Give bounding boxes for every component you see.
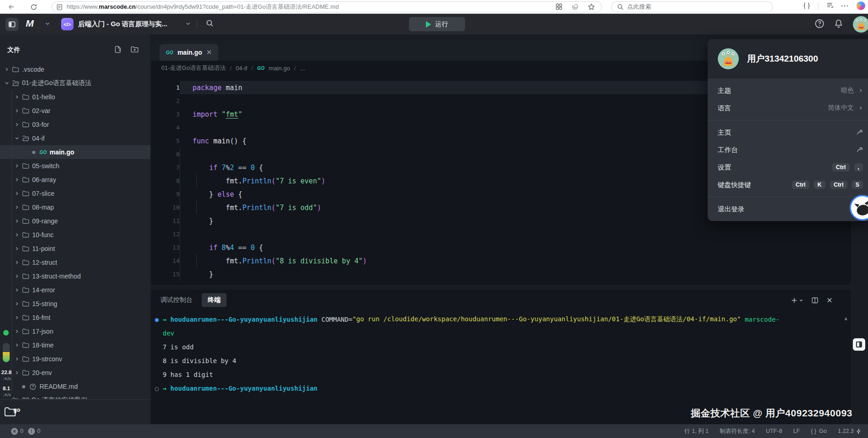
chevron-icon[interactable] [15, 95, 22, 99]
chevron-icon[interactable] [15, 205, 22, 210]
marscode-logo[interactable]: M [26, 18, 34, 29]
eol-type[interactable]: LF [793, 428, 800, 434]
tree-item[interactable]: 12-struct [0, 256, 150, 269]
chevron-icon[interactable] [15, 288, 22, 292]
scroll-up-icon[interactable]: ▲ [844, 315, 847, 321]
browser-refresh-icon[interactable] [28, 2, 39, 12]
tab-close-icon[interactable]: ✕ [206, 48, 212, 57]
code-line[interactable]: 15 } [151, 267, 851, 281]
chevron-icon[interactable] [15, 260, 22, 265]
chevron-icon[interactable] [5, 81, 12, 85]
reading-list-icon[interactable] [826, 2, 834, 10]
new-terminal-icon[interactable] [791, 297, 803, 304]
tree-item[interactable]: 02-var [0, 104, 150, 118]
go-workspace-icon[interactable]: go [4, 406, 19, 419]
menu-item-shortcuts[interactable]: 键盘快捷键 CtrlKCtrlS [708, 176, 868, 193]
menu-item-theme[interactable]: 主题 暗色 [708, 82, 868, 99]
chevron-icon[interactable] [15, 219, 22, 223]
course-chevron-down-icon[interactable] [186, 21, 191, 26]
tree-item[interactable]: 15-string [0, 297, 150, 311]
tree-item[interactable]: .vscode [0, 63, 150, 76]
chevron-icon[interactable] [15, 177, 22, 182]
page-tools-icon[interactable] [572, 3, 579, 11]
tab-main-go[interactable]: GO main.go ✕ [159, 44, 218, 61]
close-panel-icon[interactable]: ✕ [827, 296, 833, 305]
tab-size[interactable]: 制表符长度: 4 [720, 427, 755, 435]
chevron-icon[interactable] [5, 67, 12, 72]
chevron-icon[interactable] [15, 301, 22, 306]
chevron-icon[interactable] [15, 343, 22, 347]
breadcrumb-item[interactable]: ... [300, 65, 305, 72]
tree-item[interactable]: 09-range [0, 214, 150, 228]
chevron-icon[interactable] [15, 122, 22, 127]
course-title[interactable]: 后端入门 - Go 语言原理与实... [78, 20, 167, 28]
notifications-bell-icon[interactable] [834, 19, 843, 28]
run-button[interactable]: 运行 [409, 17, 465, 31]
favorite-star-icon[interactable] [588, 3, 595, 11]
tree-item[interactable]: 19-strconv [0, 352, 150, 366]
grid-icon[interactable] [556, 3, 562, 11]
code-line[interactable]: 16 [151, 281, 851, 285]
tree-item[interactable]: 17-json [0, 324, 150, 338]
ide-search-icon[interactable] [206, 19, 214, 27]
tree-item[interactable]: 03-for [0, 118, 150, 131]
browser-back-icon[interactable] [6, 2, 17, 12]
tree-item[interactable]: 08-map [0, 200, 150, 214]
tree-item[interactable]: 10-func [0, 228, 150, 242]
sidebar-toggle-icon[interactable] [6, 18, 18, 31]
language-mode[interactable]: { } Go [811, 428, 827, 434]
chevron-icon[interactable] [15, 246, 22, 251]
tree-item[interactable]: 01-hello [0, 90, 150, 104]
tree-item[interactable]: README.md [0, 380, 150, 393]
tree-item[interactable]: 13-struct-method [0, 269, 150, 283]
url-text[interactable]: https://www.marscode.cn/course/dn4pv9rdy… [67, 3, 339, 11]
chevron-icon[interactable] [15, 370, 22, 375]
tree-item[interactable]: 05-switch [0, 159, 150, 173]
problems-errors[interactable]: ✕ 0 [11, 428, 23, 435]
chevron-icon[interactable] [15, 233, 22, 237]
breadcrumb-item[interactable]: 04-if [236, 65, 247, 72]
browser-essentials-icon[interactable] [803, 2, 811, 10]
cursor-position[interactable]: 行 1, 列 1 [685, 427, 709, 435]
help-icon[interactable] [815, 19, 824, 28]
breadcrumb-item[interactable]: 01-走进Go语言基础语法 [161, 64, 226, 72]
browser-search-box[interactable]: 点此搜索 [611, 1, 773, 12]
tree-item[interactable]: 20-env [0, 366, 150, 380]
panel-toggle-button[interactable] [853, 338, 865, 351]
runtime-version[interactable]: 1.22.3 [838, 428, 861, 434]
menu-item-settings[interactable]: 设置 Ctrl, [708, 159, 868, 176]
user-avatar[interactable] [853, 16, 868, 33]
browser-menu-icon[interactable]: ··· [841, 2, 849, 10]
encoding[interactable]: UTF-8 [766, 428, 782, 434]
chevron-icon[interactable] [15, 357, 22, 361]
chevron-icon[interactable] [15, 191, 22, 196]
tree-item[interactable]: 14-error [0, 283, 150, 297]
chevron-icon[interactable] [15, 136, 22, 141]
tree-item[interactable]: 01-走进Go语言基础语法 [0, 76, 150, 90]
split-terminal-icon[interactable] [811, 297, 818, 304]
chevron-icon[interactable] [15, 329, 22, 334]
new-file-icon[interactable] [114, 46, 122, 53]
code-line[interactable]: 13 if 8%4 == 0 { [151, 241, 851, 254]
chevron-icon[interactable] [15, 274, 22, 279]
tree-item[interactable]: 04-if [0, 131, 150, 145]
breadcrumb-item[interactable]: main.go [269, 65, 290, 72]
tree-item[interactable]: 02-Go-语言的实战案例 [0, 393, 150, 399]
code-line[interactable]: 14 fmt.Println("8 is divisible by 4") [151, 254, 851, 267]
chevron-icon[interactable] [15, 164, 22, 168]
tree-item[interactable]: GOmain.go [0, 145, 150, 159]
new-folder-icon[interactable] [130, 46, 139, 53]
problems-warnings[interactable]: ! 0 [28, 428, 40, 435]
tree-item[interactable]: 07-slice [0, 187, 150, 200]
chevron-icon[interactable] [5, 398, 12, 399]
tab-terminal[interactable]: 终端 [202, 293, 227, 307]
tree-item[interactable]: 18-time [0, 338, 150, 352]
code-line[interactable]: 12 [151, 228, 851, 241]
menu-item-logout[interactable]: 退出登录 [708, 200, 868, 218]
tree-item[interactable]: 11-point [0, 242, 150, 256]
menu-item-workspace[interactable]: 工作台 [708, 141, 868, 159]
tree-item[interactable]: 06-array [0, 173, 150, 187]
chevron-icon[interactable] [15, 108, 22, 113]
tab-debug-console[interactable]: 调试控制台 [160, 296, 193, 304]
tree-item[interactable]: 16-fmt [0, 311, 150, 324]
